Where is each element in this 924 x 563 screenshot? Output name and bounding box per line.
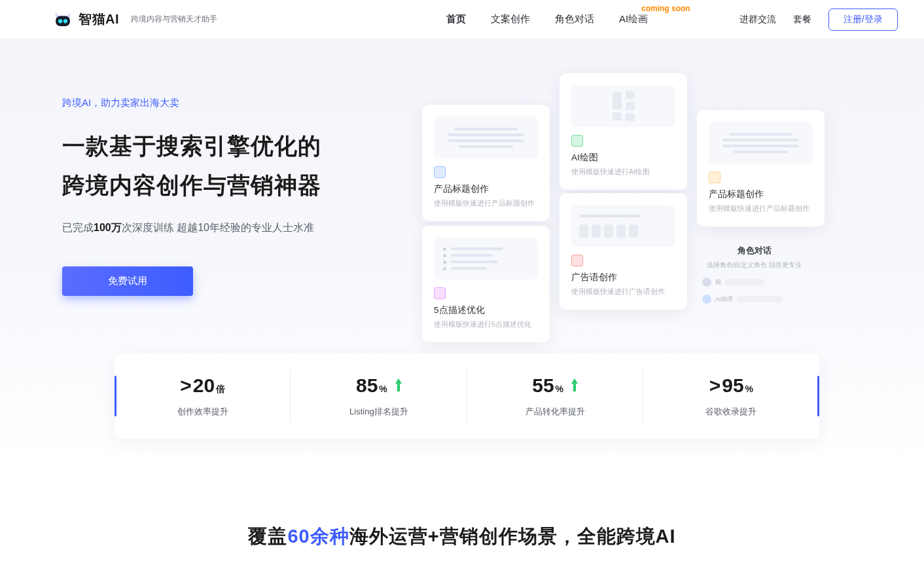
stat-prefix: > (180, 374, 192, 397)
brand-logo[interactable]: 智猫AI 跨境内容与营销天才助手 (52, 10, 217, 29)
stat-value: 85 (356, 374, 378, 397)
feature-card-product-title[interactable]: 产品标题创作 使用模版快速进行产品标题创作 (422, 105, 550, 221)
card-thumb-placeholder (434, 238, 538, 280)
stat-listing-rank: 85 % Listing排名提升 (291, 354, 467, 439)
app-header: 智猫AI 跨境内容与营销天才助手 首页 文案创作 角色对话 AI绘画 comin… (0, 0, 924, 39)
stat-label: 谷歌收录提升 (705, 406, 756, 418)
ai-avatar-icon (702, 295, 711, 304)
stat-google-index: > 95 % 谷歌收录提升 (643, 354, 819, 439)
stat-efficiency: > 20 倍 创作效率提升 (115, 354, 291, 439)
header-actions: 进群交流 套餐 注册/登录 (739, 9, 898, 31)
coming-soon-badge: coming soon (641, 4, 690, 13)
hero-title-line1: 一款基于搜索引擎优化的 (62, 126, 429, 166)
feature-card-sub: 选择角色/自定义角色 回答更专业 (697, 261, 811, 270)
login-button[interactable]: 注册/登录 (828, 9, 898, 31)
stat-unit: % (556, 384, 563, 394)
feature-card-cluster: 产品标题创作 使用模版快速进行产品标题创作 5点描述优化 使用模版快速进行5点描… (422, 79, 872, 340)
nav-ai-paint[interactable]: AI绘画 coming soon (619, 13, 648, 26)
main-nav: 首页 文案创作 角色对话 AI绘画 coming soon (446, 13, 648, 26)
feature-card-sub: 使用模版快速进行5点描述优化 (434, 319, 538, 329)
user-avatar-icon (702, 278, 711, 287)
feature-card-title: 5点描述优化 (434, 304, 538, 316)
feature-card-title: 产品标题创作 (709, 189, 813, 200)
doc-icon (434, 166, 446, 178)
feature-card-title: AI绘图 (571, 152, 675, 164)
svg-point-1 (58, 19, 62, 23)
cat-robot-icon (52, 10, 73, 29)
nav-home[interactable]: 首页 (446, 13, 466, 26)
feature-card-sub: 使用模版快速进行产品标题创作 (434, 198, 538, 208)
stat-prefix: > (709, 374, 721, 397)
megaphone-icon (571, 255, 583, 266)
nav-copywriting[interactable]: 文案创作 (491, 13, 530, 26)
card-thumb-placeholder (571, 205, 675, 247)
link-join-group[interactable]: 进群交流 (739, 14, 776, 26)
stat-unit: % (379, 384, 387, 394)
card-thumb-placeholder (571, 85, 675, 127)
hero-title: 一款基于搜索引擎优化的 跨境内容创作与营销神器 (62, 126, 429, 204)
hero-title-line2: 跨境内容创作与营销神器 (62, 166, 429, 205)
stats-bar: > 20 倍 创作效率提升 85 % Listing排名提升 55 % (115, 354, 819, 439)
card-thumb-placeholder (434, 117, 538, 158)
link-plans[interactable]: 套餐 (793, 14, 811, 26)
stat-value: 20 (193, 374, 215, 397)
arrow-up-icon (389, 378, 403, 392)
hero-subtitle: 已完成100万次深度训练 超越10年经验的专业人士水准 (62, 221, 429, 235)
stat-value: 95 (722, 374, 743, 397)
stat-value: 55 (532, 374, 554, 397)
stat-unit: 倍 (216, 384, 225, 395)
svg-rect-0 (56, 16, 70, 26)
stat-conversion: 55 % 产品转化率提升 (467, 354, 643, 439)
arrow-up-icon (565, 378, 579, 392)
chat-line-user: 我 (697, 278, 811, 287)
doc-icon (709, 172, 720, 183)
feature-card-five-point[interactable]: 5点描述优化 使用模版快速进行5点描述优化 (422, 226, 550, 342)
feature-card-sub: 使用模版快速进行广告语创作 (571, 287, 675, 297)
nav-role-chat[interactable]: 角色对话 (555, 13, 594, 26)
feature-card-sub: 使用模版快速进行AI绘图 (571, 167, 675, 177)
feature-card-sub: 使用模版快速进行产品标题创作 (709, 204, 813, 213)
hero-copy: 跨境AI，助力卖家出海大卖 一款基于搜索引擎优化的 跨境内容创作与营销神器 已完… (62, 79, 429, 296)
feature-card-slogan[interactable]: 广告语创作 使用模版快速进行广告语创作 (560, 193, 687, 310)
image-icon (571, 135, 583, 147)
feature-card-ai-draw[interactable]: AI绘图 使用模版快速进行AI绘图 (560, 73, 687, 190)
card-thumb-placeholder (709, 122, 813, 164)
hero-section: 跨境AI，助力卖家出海大卖 一款基于搜索引擎优化的 跨境内容创作与营销神器 已完… (0, 39, 924, 465)
brand-name: 智猫AI (79, 10, 119, 28)
feature-card-role-chat[interactable]: 角色对话 选择角色/自定义角色 回答更专业 我 AI助理 (697, 236, 811, 304)
hero-tagline: 跨境AI，助力卖家出海大卖 (62, 97, 429, 109)
chat-line-ai: AI助理 (697, 295, 811, 304)
nav-ai-paint-label: AI绘画 (619, 13, 648, 24)
feature-card-title: 广告语创作 (571, 272, 675, 283)
feature-card-title: 产品标题创作 (434, 183, 538, 195)
svg-point-2 (63, 19, 67, 23)
feature-card-product-title-2[interactable]: 产品标题创作 使用模版快速进行产品标题创作 (697, 110, 825, 227)
stat-label: 创作效率提升 (177, 406, 228, 418)
stat-unit: % (745, 384, 753, 394)
stat-label: 产品转化率提升 (525, 406, 585, 418)
brand-tagline: 跨境内容与营销天才助手 (131, 14, 217, 25)
scenarios-section-title: 覆盖60余种海外运营+营销创作场景，全能跨境AI (0, 524, 924, 550)
free-trial-button[interactable]: 免费试用 (62, 266, 193, 296)
doc-icon (434, 287, 446, 299)
stat-label: Listing排名提升 (349, 406, 408, 418)
feature-card-title: 角色对话 (697, 245, 811, 257)
